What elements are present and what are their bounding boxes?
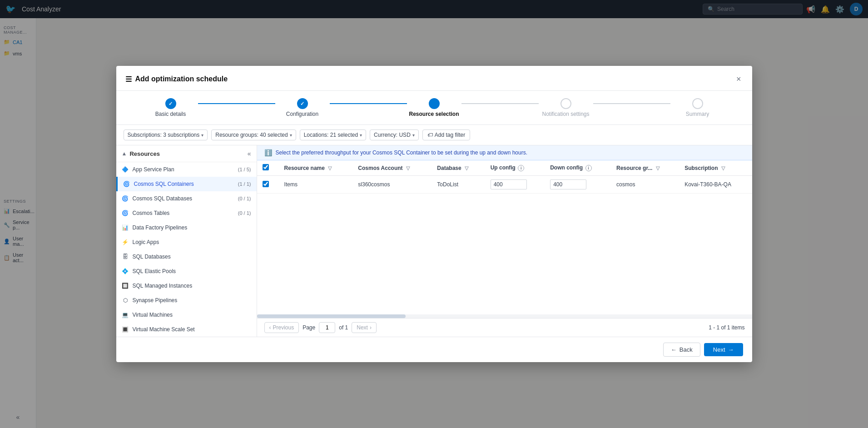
- resource-group-filter-icon[interactable]: ▽: [656, 165, 660, 171]
- back-arrow-icon: ←: [671, 346, 677, 353]
- page-number-input[interactable]: [319, 322, 335, 333]
- sql-elastic-name: SQL Elastic Pools: [133, 268, 251, 274]
- pagination-bar: ‹ Previous Page of 1 Next › 1 - 1 of 1: [257, 318, 752, 337]
- row-subscription: Kovai-T360-BA-QA: [679, 176, 752, 194]
- locations-label: Locations: 21 selected: [304, 132, 358, 138]
- tag-icon: 🏷: [427, 132, 433, 138]
- cosmos-tables-icon: 🌀: [122, 209, 129, 217]
- row-resource-name: Items: [279, 176, 353, 194]
- resource-item-virtual-machines[interactable]: 💻 Virtual Machines: [116, 308, 257, 322]
- resource-item-data-factory[interactable]: 📊 Data Factory Pipelines: [116, 220, 257, 235]
- resource-item-vmss[interactable]: 🔳 Virtual Machine Scale Set: [116, 322, 257, 337]
- resource-name-filter-icon[interactable]: ▽: [328, 165, 332, 171]
- collapse-arrow-icon: ▲: [122, 150, 127, 157]
- subscription-filter-icon[interactable]: ▽: [721, 165, 725, 171]
- resource-groups-filter[interactable]: Resource groups: 40 selected ▾: [211, 129, 296, 140]
- modal-overlay: ☰ Add optimization schedule × ✓ Basic de…: [0, 0, 868, 428]
- step-summary: Summary: [670, 98, 725, 117]
- col-header-up-config: Up config i: [485, 160, 545, 176]
- modal-close-button[interactable]: ×: [734, 73, 743, 85]
- resource-item-cosmos-sql-databases[interactable]: 🌀 Cosmos SQL Databases (0 / 1): [116, 191, 257, 206]
- previous-button[interactable]: ‹ Previous: [264, 322, 299, 333]
- back-button[interactable]: ← Back: [663, 343, 700, 357]
- add-tag-label: Add tag filter: [435, 132, 465, 138]
- col-header-checkbox: [257, 160, 279, 176]
- down-config-input[interactable]: [550, 179, 586, 189]
- add-tag-filter-button[interactable]: 🏷 Add tag filter: [422, 129, 470, 140]
- col-resource-group-label: Resource gr...: [616, 165, 652, 171]
- resource-item-sql-managed[interactable]: 🔲 SQL Managed Instances: [116, 279, 257, 293]
- chevron-down-icon-rg: ▾: [290, 133, 292, 138]
- row-resource-group: cosmos: [611, 176, 679, 194]
- table-row: Items sl360cosmos ToDoList c: [257, 176, 752, 194]
- logic-apps-icon: ⚡: [122, 239, 129, 246]
- filters-bar: Subscriptions: 3 subscriptions ▾ Resourc…: [116, 125, 752, 145]
- resource-item-logic-apps[interactable]: ⚡ Logic Apps: [116, 235, 257, 249]
- select-all-checkbox[interactable]: [263, 164, 269, 170]
- resource-item-cosmos-sql-containers[interactable]: 🌀 Cosmos SQL Containers (1 / 1): [116, 177, 257, 191]
- up-config-info-icon: i: [518, 165, 524, 171]
- step1-circle: ✓: [165, 98, 176, 109]
- sql-managed-icon: 🔲: [122, 282, 129, 289]
- step5-label: Summary: [686, 111, 709, 117]
- horizontal-scrollbar[interactable]: [257, 314, 752, 318]
- cosmos-account-filter-icon[interactable]: ▽: [406, 165, 410, 171]
- row-up-config[interactable]: [485, 176, 545, 194]
- table-panel: ℹ️ Select the preferred throughput for y…: [257, 145, 752, 337]
- col-header-resource-group: Resource gr... ▽: [611, 160, 679, 176]
- pagination-controls: ‹ Previous Page of 1 Next ›: [264, 322, 377, 333]
- panel-collapse-button[interactable]: «: [248, 150, 251, 157]
- locations-filter[interactable]: Locations: 21 selected ▾: [300, 129, 366, 140]
- page-label: Page: [303, 324, 315, 331]
- step3-label: Resource selection: [409, 111, 459, 117]
- step-configuration: ✓ Configuration: [275, 98, 330, 117]
- logic-apps-name: Logic Apps: [133, 239, 251, 245]
- modal-title: ☰ Add optimization schedule: [125, 75, 228, 84]
- cosmos-tables-count: (0 / 1): [238, 210, 251, 216]
- info-banner: ℹ️ Select the preferred throughput for y…: [257, 145, 752, 160]
- resource-item-sql-elastic-pools[interactable]: 💠 SQL Elastic Pools: [116, 264, 257, 279]
- row-cosmos-account: sl360cosmos: [352, 176, 432, 194]
- col-up-config-label: Up config: [491, 164, 516, 171]
- step-notification-settings: Notification settings: [539, 98, 593, 117]
- pagination-summary: 1 - 1 of 1 items: [709, 324, 744, 331]
- down-config-info-icon: i: [585, 165, 592, 171]
- up-config-input[interactable]: [491, 179, 527, 189]
- cosmos-sql-containers-name: Cosmos SQL Containers: [134, 181, 234, 187]
- next-wizard-button[interactable]: Next →: [704, 343, 743, 356]
- col-header-resource-name: Resource name ▽: [279, 160, 353, 176]
- resources-panel: ▲ Resources « 🔷 App Service Plan (1 / 5): [116, 145, 257, 337]
- modal-dialog: ☰ Add optimization schedule × ✓ Basic de…: [116, 66, 752, 362]
- step4-label: Notification settings: [542, 111, 589, 117]
- row-checkbox[interactable]: [263, 181, 269, 187]
- info-banner-text: Select the preferred throughput for your…: [276, 149, 528, 156]
- resource-item-cosmos-tables[interactable]: 🌀 Cosmos Tables (0 / 1): [116, 206, 257, 220]
- database-filter-icon[interactable]: ▽: [465, 165, 468, 171]
- stepper: ✓ Basic details ✓ Configuration Resource…: [116, 91, 752, 125]
- modal-header: ☰ Add optimization schedule ×: [116, 66, 752, 91]
- resource-item-sql-databases[interactable]: 🗄 SQL Databases: [116, 249, 257, 264]
- subscriptions-filter[interactable]: Subscriptions: 3 subscriptions ▾: [124, 129, 208, 140]
- row-down-config[interactable]: [545, 176, 611, 194]
- currency-filter[interactable]: Currency: USD ▾: [370, 129, 419, 140]
- col-resource-name-label: Resource name: [284, 165, 325, 171]
- vmss-icon: 🔳: [122, 326, 129, 333]
- resource-item-synapse[interactable]: ⬡ Synapse Pipelines: [116, 293, 257, 308]
- table-header-row: Resource name ▽ Cosmos Account ▽ Databas…: [257, 160, 752, 176]
- data-factory-name: Data Factory Pipelines: [133, 224, 251, 231]
- next-button[interactable]: Next ›: [352, 322, 377, 333]
- col-cosmos-account-label: Cosmos Account: [358, 165, 402, 171]
- chevron-down-icon-curr: ▾: [412, 133, 415, 138]
- step4-circle: [560, 98, 571, 109]
- col-header-cosmos-account: Cosmos Account ▽: [352, 160, 432, 176]
- resource-item-app-service-plan[interactable]: 🔷 App Service Plan (1 / 5): [116, 162, 257, 177]
- app-background: 🐦 Cost Analyzer 🔍 Search 📢 🔔 ⚙️ D COST M…: [0, 0, 868, 428]
- app-service-plan-icon: 🔷: [122, 166, 129, 173]
- col-header-subscription: Subscription ▽: [679, 160, 752, 176]
- step-line-2-3: [330, 103, 407, 104]
- next-label: Next: [357, 324, 368, 331]
- subscriptions-label: Subscriptions: 3 subscriptions: [128, 132, 200, 138]
- cosmos-sql-containers-count: (1 / 1): [238, 181, 251, 187]
- app-service-plan-count: (1 / 5): [238, 167, 251, 172]
- modal-title-icon: ☰: [125, 75, 132, 84]
